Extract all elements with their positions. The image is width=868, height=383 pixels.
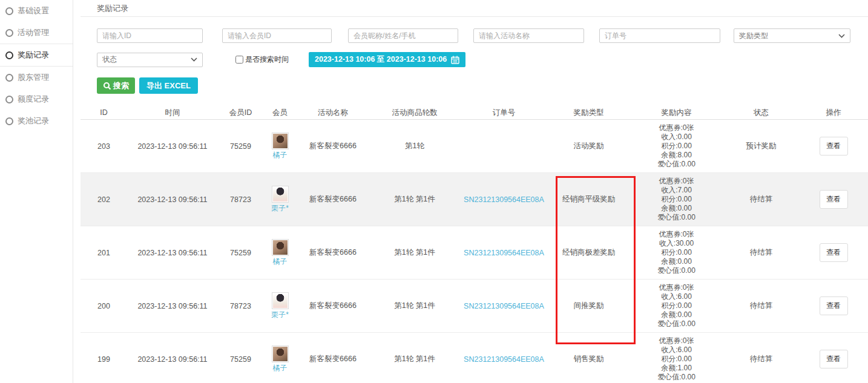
reward-content-line: 积分:0.00 xyxy=(630,355,723,364)
sidebar-item-prize-pool-records[interactable]: 奖池记录 xyxy=(0,110,73,132)
sidebar-item-shareholder-management[interactable]: 股东管理 xyxy=(0,67,73,88)
reward-content-line: 收入:6.00 xyxy=(630,292,723,301)
sidebar-item-label: 奖励记录 xyxy=(18,50,49,61)
row-round: 第1轮 第1件 xyxy=(369,226,460,280)
radio-circle-icon xyxy=(5,29,13,37)
reward-content-line: 积分:0.00 xyxy=(630,248,723,257)
row-id: 200 xyxy=(81,280,127,333)
row-reward-content: 优惠券:0张收入:0.00积分:0.00余额:8.00爱心值:0.00 xyxy=(630,120,723,173)
order-number-link[interactable]: SN23121309564EE08A xyxy=(464,249,544,257)
radio-circle-icon xyxy=(5,74,13,82)
view-button[interactable]: 查看 xyxy=(820,296,848,315)
id-input[interactable] xyxy=(97,28,203,43)
sidebar-item-label: 奖池记录 xyxy=(18,116,49,126)
search-button-label: 搜索 xyxy=(113,80,129,91)
col-header-member-id: 会员ID xyxy=(218,106,263,120)
view-button[interactable]: 查看 xyxy=(820,190,848,209)
reward-content-line: 积分:0.00 xyxy=(630,301,723,310)
view-button[interactable]: 查看 xyxy=(820,243,848,262)
row-member: 橘子 xyxy=(263,226,297,280)
row-round: 第1轮 xyxy=(369,120,460,173)
row-time: 2023-12-13 09:56:11 xyxy=(127,226,218,280)
reward-content-line: 优惠券:0张 xyxy=(630,123,723,133)
page-title-bar: 奖励记录 xyxy=(81,0,868,17)
row-activity: 新客裂变6666 xyxy=(297,120,369,173)
table-row: 2012023-12-13 09:56:1175259橘子新客裂变6666第1轮… xyxy=(81,226,868,280)
order-number-input[interactable] xyxy=(599,28,720,43)
row-action: 查看 xyxy=(799,333,868,383)
reward-content-line: 积分:0.00 xyxy=(630,195,723,204)
row-reward-type: 经销商极差奖励 xyxy=(548,226,630,280)
reward-type-select[interactable]: 奖励类型 xyxy=(734,28,850,43)
row-activity: 新客裂变6666 xyxy=(297,280,369,333)
sidebar-item-activity-management[interactable]: 活动管理 xyxy=(0,22,73,44)
row-reward-type: 活动奖励 xyxy=(548,120,630,173)
order-number-link[interactable]: SN23121309564EE08A xyxy=(464,302,544,310)
sidebar-item-label: 基础设置 xyxy=(18,5,49,16)
row-member-id: 78723 xyxy=(218,280,263,333)
member-id-input[interactable] xyxy=(222,28,332,43)
calendar-icon xyxy=(451,56,459,64)
row-status: 待结算 xyxy=(723,333,799,383)
search-time-checkbox[interactable] xyxy=(235,56,243,64)
reward-content-line: 余额:0.00 xyxy=(630,310,723,319)
search-time-checkbox-label[interactable]: 是否搜索时间 xyxy=(245,54,289,65)
row-id: 199 xyxy=(81,333,127,383)
reward-content-line: 余额:1.00 xyxy=(630,364,723,373)
member-name-link[interactable]: 橘子 xyxy=(273,150,288,160)
chevron-down-icon xyxy=(191,57,197,62)
table-header-row: ID 时间 会员ID 会员 活动名称 活动商品轮数 订单号 奖励类型 奖励内容 … xyxy=(81,106,868,120)
filter-row-1: 奖励类型 xyxy=(97,28,868,43)
member-name-link[interactable]: 橘子 xyxy=(273,257,288,267)
row-member-id: 75259 xyxy=(218,226,263,280)
row-member-id: 78723 xyxy=(218,173,263,226)
radio-circle-icon xyxy=(5,51,13,59)
row-time: 2023-12-13 09:56:11 xyxy=(127,333,218,383)
view-button[interactable]: 查看 xyxy=(820,350,848,368)
export-excel-button[interactable]: 导出 EXCEL xyxy=(139,77,198,94)
sidebar-item-quota-records[interactable]: 额度记录 xyxy=(0,88,73,110)
row-time: 2023-12-13 09:56:11 xyxy=(127,120,218,173)
reward-content-line: 收入:7.00 xyxy=(630,186,723,195)
member-name-input[interactable] xyxy=(348,28,458,43)
table-row: 2032023-12-13 09:56:1175259橘子新客裂变6666第1轮… xyxy=(81,120,868,173)
row-round: 第1轮 第1件 xyxy=(369,280,460,333)
date-range-button[interactable]: 2023-12-13 10:06 至 2023-12-13 10:06 xyxy=(309,52,465,67)
row-id: 201 xyxy=(81,226,127,280)
date-range-text: 2023-12-13 10:06 至 2023-12-13 10:06 xyxy=(315,54,447,65)
row-order: SN23121309564EE08A xyxy=(460,173,548,226)
sidebar-item-label: 活动管理 xyxy=(18,27,49,38)
search-icon xyxy=(103,82,111,90)
order-number-link[interactable]: SN23121309564EE08A xyxy=(464,355,544,364)
col-header-time: 时间 xyxy=(127,106,218,120)
status-select[interactable]: 状态 xyxy=(97,53,203,67)
col-header-round: 活动商品轮数 xyxy=(369,106,460,120)
reward-content-line: 积分:0.00 xyxy=(630,142,723,151)
col-header-action: 操作 xyxy=(799,106,868,120)
row-reward-type: 经销商平级奖励 xyxy=(548,173,630,226)
row-reward-content: 优惠券:0张收入:6.00积分:0.00余额:0.00爱心值:0.00 xyxy=(630,280,723,333)
member-name-link[interactable]: 橘子 xyxy=(273,363,288,373)
reward-content-line: 优惠券:0张 xyxy=(630,230,723,239)
member-name-link[interactable]: 栗子* xyxy=(271,203,289,214)
reward-content-line: 爱心值:0.00 xyxy=(630,319,723,329)
member-name-link[interactable]: 栗子* xyxy=(271,310,289,320)
search-button[interactable]: 搜索 xyxy=(97,77,135,94)
reward-content-line: 爱心值:0.00 xyxy=(630,266,723,275)
reward-content-line: 爱心值:0.00 xyxy=(630,213,723,222)
table-row: 1992023-12-13 09:56:1175259橘子新客裂变6666第1轮… xyxy=(81,333,868,383)
row-status: 待结算 xyxy=(723,280,799,333)
reward-content-line: 余额:0.00 xyxy=(630,257,723,266)
activity-name-input[interactable] xyxy=(473,28,584,43)
reward-type-select-value: 奖励类型 xyxy=(739,31,768,41)
member-avatar xyxy=(272,239,289,256)
order-number-link[interactable]: SN23121309564EE08A xyxy=(464,195,544,204)
sidebar-item-basic-settings[interactable]: 基础设置 xyxy=(0,0,73,22)
reward-content-line: 余额:0.00 xyxy=(630,204,723,213)
app-root: 基础设置 活动管理 奖励记录 股东管理 额度记录 奖池记录 奖励记录 xyxy=(0,0,868,383)
reward-content-line: 优惠券:0张 xyxy=(630,336,723,345)
reward-content-line: 收入:6.00 xyxy=(630,345,723,355)
row-status: 待结算 xyxy=(723,226,799,280)
view-button[interactable]: 查看 xyxy=(820,137,848,155)
sidebar-item-reward-records[interactable]: 奖励记录 xyxy=(0,44,73,67)
